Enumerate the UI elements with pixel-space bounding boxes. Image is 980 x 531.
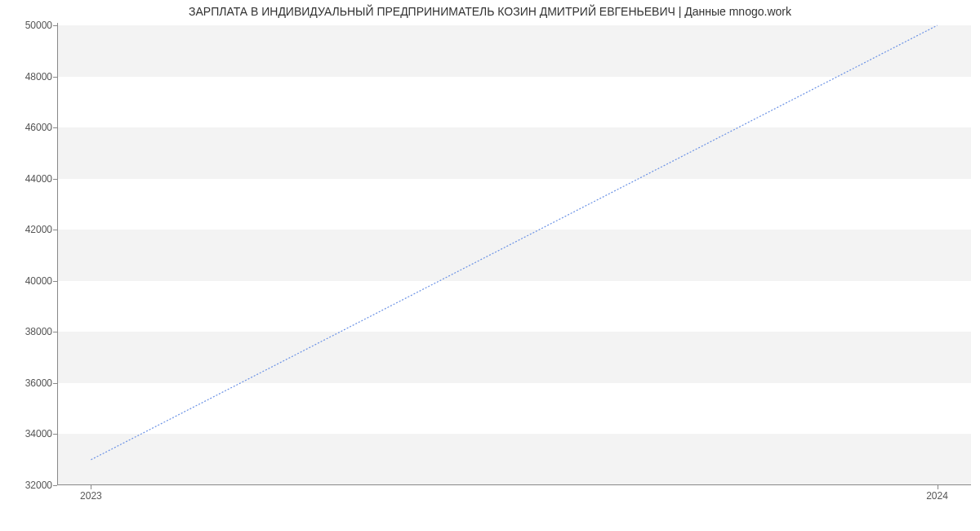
x-tick-mark [91,485,91,489]
series-line [91,25,937,460]
x-tick-mark [938,485,938,489]
y-tick-mark [53,485,57,486]
line-layer [57,23,971,485]
chart-container: ЗАРПЛАТА В ИНДИВИДУАЛЬНЫЙ ПРЕДПРИНИМАТЕЛ… [0,0,980,531]
chart-title: ЗАРПЛАТА В ИНДИВИДУАЛЬНЫЙ ПРЕДПРИНИМАТЕЛ… [0,5,980,18]
plot-area: 3200034000360003800040000420004400046000… [57,23,971,485]
